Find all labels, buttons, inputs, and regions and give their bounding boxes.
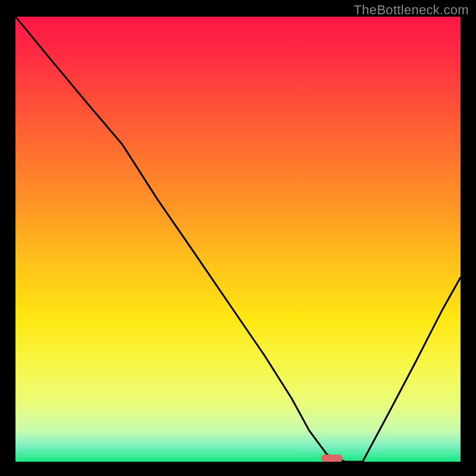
optimal-marker <box>321 455 343 462</box>
bottleneck-chart <box>15 17 461 462</box>
plot-area <box>15 17 461 462</box>
gradient-background <box>15 17 461 462</box>
watermark-text: TheBottleneck.com <box>354 2 469 18</box>
chart-frame: TheBottleneck.com <box>0 0 476 476</box>
